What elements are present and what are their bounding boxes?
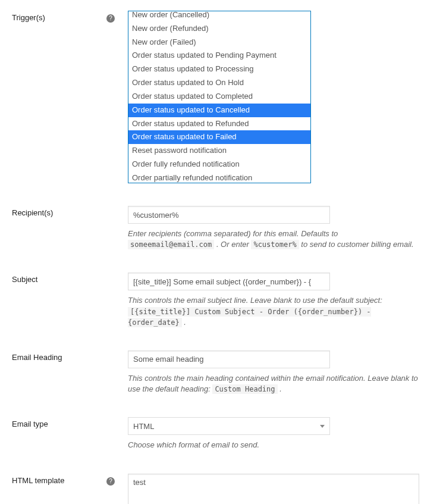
label-text: Email type (12, 420, 48, 428)
recipients-desc: Enter recipients (comma separated) for t… (128, 228, 422, 250)
trigger-option[interactable]: Order fully refunded notification (128, 158, 310, 171)
label-recipients: Recipient(s) (12, 206, 128, 217)
trigger-option[interactable]: Order status updated to Pending Payment (128, 49, 310, 62)
field-recipients: Enter recipients (comma separated) for t… (128, 206, 425, 250)
row-heading: Email Heading This controls the main hea… (12, 350, 434, 395)
label-text: Trigger(s) (12, 13, 45, 22)
label-subject: Subject (12, 273, 128, 284)
type-value: HTML (133, 422, 154, 431)
trigger-option[interactable]: Order status updated to Cancelled (128, 104, 310, 117)
trigger-option[interactable]: Order status updated to Completed (128, 90, 310, 104)
label-text: Subject (12, 275, 37, 284)
label-text: Email Heading (12, 353, 62, 362)
label-text: Recipient(s) (12, 208, 53, 217)
trigger-option[interactable]: Order partially refunded notification (128, 171, 310, 183)
trigger-option[interactable]: Order status updated to Refunded (128, 117, 310, 131)
field-template (128, 474, 425, 505)
field-heading: This controls the main heading contained… (128, 350, 425, 395)
triggers-multiselect[interactable]: New order (Completed)New order (Cancelle… (128, 11, 311, 183)
help-icon[interactable]: ? (106, 14, 115, 23)
type-desc: Choose which format of email to send. (128, 440, 422, 450)
row-recipients: Recipient(s) Enter recipients (comma sep… (12, 206, 434, 250)
trigger-option[interactable]: Reset password notification (128, 144, 310, 158)
type-select[interactable]: HTML (128, 417, 330, 435)
template-textarea[interactable] (128, 474, 419, 505)
row-template: HTML template ? (12, 474, 434, 505)
help-icon[interactable]: ? (106, 477, 115, 486)
recipients-input[interactable] (128, 206, 330, 224)
subject-input[interactable] (128, 273, 330, 290)
field-type: HTML Choose which format of email to sen… (128, 417, 425, 450)
row-type: Email type HTML Choose which format of e… (12, 417, 434, 450)
trigger-option[interactable]: New order (Failed) (128, 36, 310, 49)
row-subject: Subject This controls the email subject … (12, 273, 434, 328)
subject-desc: This controls the email subject line. Le… (128, 295, 422, 328)
chevron-down-icon (320, 425, 325, 428)
heading-input[interactable] (128, 350, 330, 368)
trigger-option[interactable]: New order (Cancelled) (128, 11, 310, 22)
label-template: HTML template ? (12, 474, 128, 486)
label-text: HTML template (12, 476, 64, 485)
trigger-option[interactable]: New order (Refunded) (128, 22, 310, 36)
label-heading: Email Heading (12, 350, 128, 362)
heading-desc: This controls the main heading contained… (128, 373, 422, 395)
label-triggers: Trigger(s) ? (12, 11, 128, 23)
field-triggers: New order (Completed)New order (Cancelle… (128, 11, 425, 183)
trigger-option[interactable]: Order status updated to Failed (128, 130, 310, 144)
trigger-option[interactable]: Order status updated to Processing (128, 62, 310, 76)
field-subject: This controls the email subject line. Le… (128, 273, 425, 328)
label-type: Email type (12, 417, 128, 428)
row-triggers: Trigger(s) ? New order (Completed)New or… (12, 11, 434, 183)
trigger-option[interactable]: Order status updated to On Hold (128, 76, 310, 90)
